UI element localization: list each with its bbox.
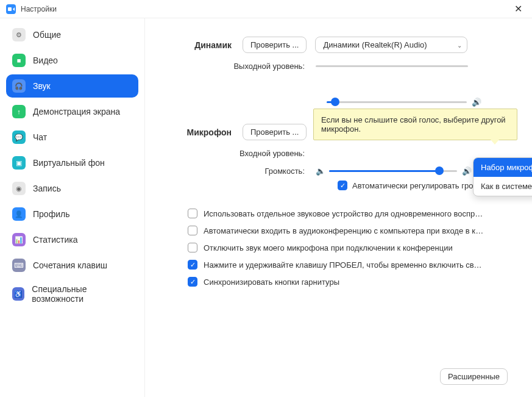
sidebar-item-label: Чат xyxy=(33,132,47,142)
checkbox-0[interactable] xyxy=(188,209,197,218)
gear-icon: ⚙ xyxy=(12,28,26,41)
auto-adjust-checkbox[interactable]: ✓ xyxy=(338,181,347,190)
sidebar-item-label: Общие xyxy=(33,30,61,40)
share-icon: ↑ xyxy=(12,105,26,118)
test-mic-button[interactable]: Проверить ... xyxy=(243,124,307,140)
sidebar-item-label: Профиль xyxy=(33,209,69,219)
close-icon[interactable]: ✕ xyxy=(511,3,526,15)
checkbox-row: Использовать отдельное звуковое устройст… xyxy=(163,209,505,218)
record-icon: ◉ xyxy=(12,182,26,195)
app-icon xyxy=(6,4,16,14)
speaker-low-icon: 🔈 xyxy=(316,166,325,176)
virtual-bg-icon: ▣ xyxy=(12,156,26,170)
checkbox-label: Использовать отдельное звуковое устройст… xyxy=(204,209,484,218)
titlebar: Настройки ✕ xyxy=(0,0,532,18)
sidebar: ⚙Общие■Видео🎧Звук↑Демонстрация экрана💬Ча… xyxy=(0,18,145,397)
sidebar-item-label: Видео xyxy=(33,55,58,65)
sidebar-item-gear[interactable]: ⚙Общие xyxy=(6,23,138,46)
mic-option-0[interactable]: Набор микрофонов (Realtek(R) Audio) xyxy=(473,158,532,177)
checkbox-row: Автоматически входить в аудиоконференцию… xyxy=(163,226,505,235)
speaker-device-select[interactable]: Динамики (Realtek(R) Audio) ⌄ xyxy=(315,37,467,53)
stats-icon: 📊 xyxy=(12,233,26,246)
main-panel: Динамик Проверить ... Динамики (Realtek(… xyxy=(145,18,532,397)
output-level-meter xyxy=(316,65,468,67)
sidebar-item-label: Запись xyxy=(33,184,61,193)
mic-tooltip: Если вы не слышите свой голос, выберите … xyxy=(313,109,517,140)
sidebar-item-stats[interactable]: 📊Статистика xyxy=(6,228,138,251)
sidebar-item-profile[interactable]: 👤Профиль xyxy=(6,202,138,226)
sidebar-item-record[interactable]: ◉Запись xyxy=(6,177,138,200)
speaker-volume-slider[interactable] xyxy=(327,101,467,103)
window-title: Настройки xyxy=(21,5,57,13)
speaker-label: Динамик xyxy=(163,40,243,50)
sidebar-item-label: Звук xyxy=(33,81,51,91)
sidebar-item-label: Сочетания клавиш xyxy=(33,260,107,270)
sidebar-item-label: Виртуальный фон xyxy=(33,158,105,168)
sidebar-item-audio[interactable]: 🎧Звук xyxy=(6,74,138,98)
mic-label: Микрофон xyxy=(163,127,243,137)
sidebar-item-chat[interactable]: 💬Чат xyxy=(6,126,138,149)
audio-icon: 🎧 xyxy=(12,79,26,93)
video-icon: ■ xyxy=(12,54,26,67)
sidebar-item-label: Специальные возможности xyxy=(32,284,132,304)
keyboard-icon: ⌨ xyxy=(12,259,26,272)
speaker-high-icon: 🔊 xyxy=(462,166,472,176)
sidebar-item-label: Статистика xyxy=(33,235,78,245)
checkbox-2[interactable] xyxy=(188,243,197,252)
advanced-button[interactable]: Расширенные xyxy=(440,368,508,385)
checkbox-4[interactable]: ✓ xyxy=(188,277,197,287)
sidebar-item-virtual-bg[interactable]: ▣Виртуальный фон xyxy=(6,151,138,174)
checkbox-label: Синхронизировать кнопки гарнитуры xyxy=(204,277,339,287)
checkbox-row: Отключить звук моего микрофона при подкл… xyxy=(163,243,505,252)
checkbox-row: ✓Синхронизировать кнопки гарнитуры xyxy=(163,277,505,287)
sidebar-item-accessibility[interactable]: ♿Специальные возможности xyxy=(6,279,138,309)
speaker-device-value: Динамики (Realtek(R) Audio) xyxy=(323,40,427,49)
mic-volume-slider[interactable] xyxy=(329,170,457,172)
checkbox-label: Отключить звук моего микрофона при подкл… xyxy=(204,243,453,252)
mic-device-dropdown: Набор микрофонов (Realtek(R) Audio) Как … xyxy=(473,157,532,196)
speaker-icon: 🔊 xyxy=(472,98,481,107)
checkbox-label: Автоматически входить в аудиоконференцию… xyxy=(204,226,484,235)
chevron-down-icon: ⌄ xyxy=(457,41,462,48)
input-level-label: Входной уровень: xyxy=(163,149,316,158)
checkbox-1[interactable] xyxy=(188,226,197,235)
sidebar-item-label: Демонстрация экрана xyxy=(33,107,120,116)
sidebar-item-video[interactable]: ■Видео xyxy=(6,49,138,72)
auto-adjust-label: Автоматически регулировать гром... xyxy=(352,181,485,190)
accessibility-icon: ♿ xyxy=(12,287,24,301)
chat-icon: 💬 xyxy=(12,131,26,144)
output-level-label: Выходной уровень: xyxy=(163,62,316,71)
sidebar-item-share[interactable]: ↑Демонстрация экрана xyxy=(6,100,138,123)
test-speaker-button[interactable]: Проверить ... xyxy=(243,37,307,53)
checkbox-label: Нажмите и удерживайте клавишу ПРОБЕЛ, чт… xyxy=(204,260,484,270)
mic-option-1[interactable]: Как в системе xyxy=(473,177,532,196)
mic-volume-label: Громкость: xyxy=(163,166,316,176)
sidebar-item-keyboard[interactable]: ⌨Сочетания клавиш xyxy=(6,254,138,277)
checkbox-3[interactable]: ✓ xyxy=(188,260,197,270)
profile-icon: 👤 xyxy=(12,207,26,221)
checkbox-row: ✓Нажмите и удерживайте клавишу ПРОБЕЛ, ч… xyxy=(163,260,505,270)
